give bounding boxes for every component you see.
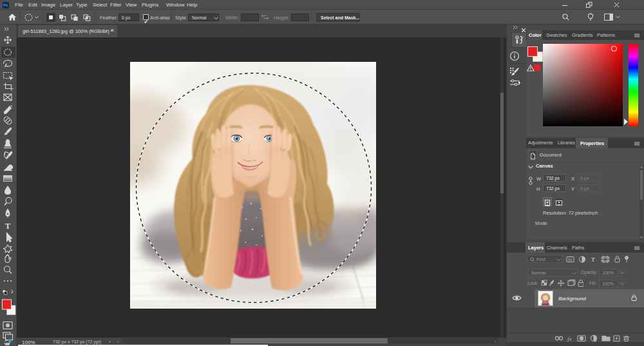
svg-text:T: T [5, 221, 11, 231]
svg-text:T: T [591, 256, 595, 263]
svg-text:64: 64 [568, 258, 572, 262]
svg-text:fx: fx [567, 336, 572, 342]
